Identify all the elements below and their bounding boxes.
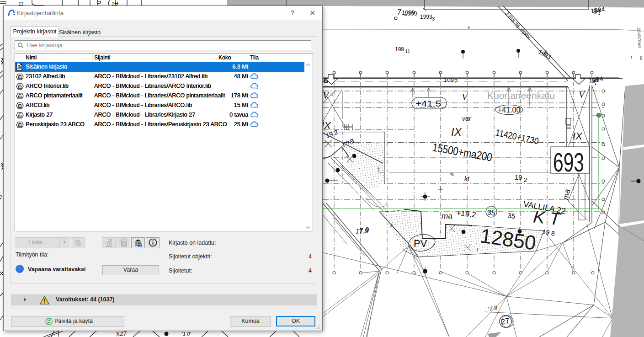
svg-text:kt: kt (464, 175, 470, 182)
svg-text:94: 94 (593, 7, 601, 15)
svg-text:6: 6 (640, 56, 643, 61)
svg-text:4: 4 (330, 91, 333, 98)
svg-text:2: 2 (524, 177, 527, 183)
svg-text:IX: IX (573, 130, 583, 142)
svg-text:+: + (475, 246, 479, 253)
svg-text:94: 94 (591, 76, 599, 85)
svg-text:+41.5: +41.5 (415, 99, 441, 108)
svg-text:2: 2 (454, 78, 458, 85)
svg-text:V: V (579, 89, 585, 100)
svg-text:35: 35 (507, 211, 516, 220)
svg-text:11: 11 (405, 48, 410, 54)
svg-text:109: 109 (444, 76, 454, 83)
svg-text:PV: PV (414, 238, 427, 249)
svg-text:+41.00: +41.00 (498, 106, 520, 114)
svg-text:V: V (323, 90, 330, 101)
svg-text:25497050: 25497050 (636, 27, 642, 48)
svg-text:ma: ma (442, 212, 452, 220)
svg-text:1999: 1999 (404, 10, 417, 17)
svg-text:1993: 1993 (420, 14, 432, 20)
svg-text:7.9: 7.9 (358, 226, 369, 235)
svg-text:35: 35 (487, 208, 496, 217)
svg-text:+: + (630, 54, 633, 60)
svg-text:′1 0′: ′1 0′ (182, 331, 191, 337)
svg-text:V: V (462, 91, 468, 102)
svg-text:var: var (462, 115, 472, 122)
svg-text:27: 27 (500, 316, 510, 326)
svg-text:7: 7 (397, 8, 402, 16)
svg-text:3: 3 (432, 16, 435, 21)
svg-text:+: + (389, 221, 393, 229)
svg-text:Kuortaneenkatu: Kuortaneenkatu (487, 90, 555, 101)
svg-text:19: 19 (515, 173, 522, 181)
svg-text:693: 693 (553, 148, 584, 177)
svg-text:+: + (467, 24, 471, 31)
svg-text:IX: IX (321, 120, 331, 131)
svg-text:K T: K T (532, 207, 563, 229)
svg-text:IX: IX (451, 126, 462, 138)
svg-text:ma: ma (561, 188, 572, 201)
svg-text:199: 199 (395, 46, 404, 53)
